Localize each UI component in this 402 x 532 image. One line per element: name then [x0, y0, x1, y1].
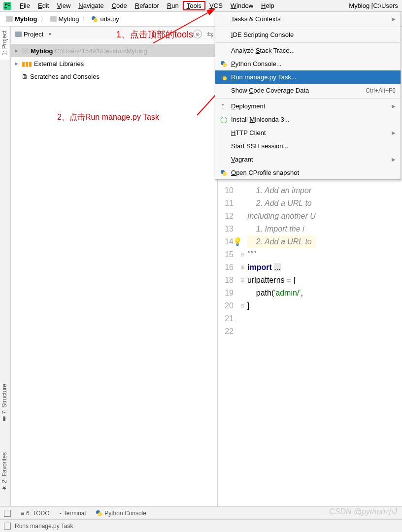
chevron-right-icon: ▶ — [392, 103, 396, 109]
menu-item-vagrant[interactable]: Vagrant▶ — [215, 153, 401, 166]
python-icon — [220, 74, 229, 81]
svg-point-8 — [223, 76, 227, 80]
collapse-icon[interactable]: ⇆ — [207, 30, 213, 39]
watermark: CSDN @python小J — [329, 507, 397, 517]
python-icon — [220, 169, 229, 176]
menu-item-ide-scripting-console[interactable]: IDE Scripting Console — [215, 28, 401, 41]
menu-run[interactable]: Run — [163, 1, 183, 10]
svg-rect-1 — [4, 7, 7, 8]
breadcrumb-separator: 〉 — [81, 15, 89, 24]
terminal-tab[interactable]: ▪ Terminal — [60, 510, 86, 517]
menu-file[interactable]: File — [16, 1, 34, 10]
svg-point-10 — [223, 172, 227, 176]
svg-text:PC: PC — [5, 2, 10, 7]
tree-arrow-icon[interactable]: ▶ — [15, 61, 22, 66]
status-bar: Runs manage.py Task — [0, 519, 402, 532]
menu-view[interactable]: View — [53, 1, 74, 10]
menu-separator — [215, 42, 401, 43]
menu-item-install-miniconda-3[interactable]: ◯Install Miniconda 3... — [215, 113, 401, 126]
pycharm-logo-icon: PC — [3, 1, 12, 10]
menu-vcs[interactable]: VCS — [205, 1, 227, 10]
menu-window[interactable]: Window — [227, 1, 257, 10]
folder-icon — [15, 32, 22, 37]
python-icon — [220, 61, 229, 67]
project-tree[interactable]: ▶MyblogC:\Users\15493\Desktop\Myblog▶▮▮▮… — [11, 42, 217, 85]
annotation-1: 1、点击顶部的tools — [116, 29, 193, 40]
deploy-icon: ↥ — [220, 102, 229, 110]
svg-point-6 — [223, 63, 227, 67]
python-file-icon — [91, 16, 98, 23]
svg-point-14 — [98, 512, 102, 516]
todo-tab[interactable]: ≡ 6: TODO — [21, 510, 50, 517]
library-icon: ▮▮▮ — [22, 60, 32, 67]
menu-item-open-cprofile-snapshot[interactable]: Open CProfile snapshot — [215, 166, 401, 179]
chevron-right-icon: ▶ — [392, 130, 396, 135]
structure-tab[interactable]: ▮ 7: Structure — [0, 369, 9, 437]
breadcrumb-item[interactable]: Myblog — [48, 15, 81, 23]
menu-item-show-code-coverage-data[interactable]: Show Code Coverage DataCtrl+Alt+F6 — [215, 84, 401, 97]
menu-item-deployment[interactable]: ↥Deployment▶ — [215, 100, 401, 113]
project-panel: Project ▼ 1、点击顶部的tools ⊕ ⇆ ▶MyblogC:\Use… — [11, 27, 218, 506]
svg-point-4 — [94, 18, 98, 22]
tool-window-icon[interactable] — [4, 523, 11, 530]
menu-item-analyze-stack-trace[interactable]: Analyze Stack Trace... — [215, 44, 401, 57]
folder-icon — [22, 48, 29, 54]
tree-item[interactable]: ▶MyblogC:\Users\15493\Desktop\Myblog — [11, 44, 217, 57]
scratch-icon: 🗎 — [22, 73, 28, 80]
menu-separator — [215, 98, 401, 99]
breadcrumb-item[interactable]: urls.py — [89, 15, 121, 23]
chevron-right-icon: ▶ — [392, 16, 396, 22]
menu-help[interactable]: Help — [257, 1, 278, 10]
editor-content[interactable]: 1. Add an impor 2. Add a URL toIncluding… — [247, 184, 316, 312]
menu-item-start-ssh-session[interactable]: Start SSH session... — [215, 139, 401, 153]
menubar: PC FileEditViewNavigateCodeRefactorRunTo… — [0, 0, 402, 12]
annotation-2: 2、点击Run manage.py Task — [57, 112, 159, 123]
menu-item-run-manage-py-task[interactable]: Run manage.py Task... — [215, 70, 401, 84]
menu-navigate[interactable]: Navigate — [74, 1, 107, 10]
folder-icon — [50, 16, 57, 22]
project-header: Project ▼ 1、点击顶部的tools ⊕ ⇆ — [11, 27, 217, 42]
project-tab[interactable]: 1: Project — [0, 27, 9, 60]
status-text: Runs manage.py Task — [15, 523, 73, 530]
menu-refactor[interactable]: Refactor — [131, 1, 163, 10]
folder-icon — [6, 16, 13, 22]
menu-item-python-console[interactable]: Python Console... — [215, 57, 401, 70]
shortcut-text: Ctrl+Alt+F6 — [366, 87, 396, 94]
menu-edit[interactable]: Edit — [34, 1, 53, 10]
tree-arrow-icon[interactable]: ▶ — [15, 48, 22, 53]
menu-separator — [215, 27, 401, 27]
conda-icon: ◯ — [220, 116, 229, 123]
project-view-selector[interactable]: Project ▼ — [15, 31, 112, 38]
menu-tools[interactable]: Tools — [183, 1, 205, 10]
tree-item[interactable]: 🗎Scratches and Consoles — [11, 70, 217, 83]
chevron-down-icon: ▼ — [47, 32, 52, 37]
breadcrumb-separator: 〉 — [39, 15, 48, 24]
window-title: Myblog [C:\Users — [349, 2, 400, 9]
favorites-tab[interactable]: ★ 2: Favorites — [0, 437, 9, 506]
breadcrumb-item[interactable]: Myblog — [4, 15, 39, 23]
chevron-right-icon: ▶ — [392, 157, 396, 162]
tree-item[interactable]: ▶▮▮▮External Libraries — [11, 57, 217, 70]
locate-icon[interactable]: ⊕ — [193, 30, 202, 38]
menu-item-tasks-contexts[interactable]: Tasks & Contexts▶ — [215, 12, 401, 26]
left-sidebar-bottom: ▮ 7: Structure ★ 2: Favorites — [0, 369, 11, 506]
python-console-tab[interactable]: Python Console — [96, 510, 146, 517]
menu-item-http-client[interactable]: HTTP Client▶ — [215, 126, 401, 139]
tools-menu-dropdown: Tasks & Contexts▶IDE Scripting ConsoleAn… — [215, 12, 401, 180]
menu-code[interactable]: Code — [108, 1, 131, 10]
tool-window-toggle-icon[interactable] — [4, 510, 11, 517]
